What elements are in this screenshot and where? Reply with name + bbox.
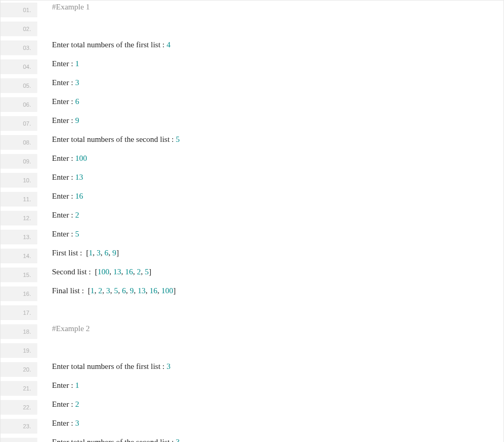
token-plain: Enter : (52, 59, 75, 68)
token-plain: Enter : (52, 419, 75, 427)
line-number: 12. (1, 211, 37, 225)
code-content: Enter total numbers of the second list :… (37, 135, 503, 144)
line-number: 15. (1, 268, 37, 282)
code-line: 22.Enter : 2 (1, 398, 503, 417)
line-number: 22. (1, 400, 37, 415)
token-number: 9 (75, 116, 79, 125)
token-number: 16 (75, 192, 83, 200)
token-number: 2 (75, 400, 79, 408)
code-line: 03.Enter total numbers of the first list… (1, 38, 503, 57)
code-line: 11.Enter : 16 (1, 190, 503, 209)
token-number: 2 (75, 211, 79, 219)
token-plain: Final list : [ (52, 286, 90, 295)
code-content: Enter : 3 (37, 78, 503, 87)
token-plain: Second list : [ (52, 268, 98, 276)
token-plain: ] (173, 286, 176, 295)
line-number: 01. (1, 3, 37, 17)
token-number: 3 (106, 286, 110, 295)
token-plain: , (145, 286, 150, 295)
code-line: 09.Enter : 100 (1, 152, 503, 171)
code-line: 10.Enter : 13 (1, 171, 503, 190)
token-number: 16 (125, 268, 133, 276)
token-number: 100 (98, 268, 110, 276)
code-content: Second list : [100, 13, 16, 2, 5] (37, 268, 503, 276)
line-number: 20. (1, 362, 37, 377)
line-number: 11. (1, 192, 37, 207)
token-plain: Enter : (52, 211, 75, 219)
token-number: 6 (122, 286, 126, 295)
code-content: Enter total numbers of the first list : … (37, 40, 503, 49)
token-number: 1 (75, 59, 79, 68)
token-plain: , (93, 249, 97, 257)
token-number: 2 (98, 286, 102, 295)
line-number: 06. (1, 97, 37, 112)
token-plain: , (101, 249, 105, 257)
token-number: 3 (75, 78, 79, 87)
token-comment: #Example 2 (52, 324, 90, 333)
token-plain: Enter total numbers of the second list : (52, 438, 176, 442)
token-number: 100 (161, 286, 173, 295)
code-content: Enter : 16 (37, 192, 503, 201)
token-number: 13 (113, 268, 121, 276)
token-plain: , (109, 268, 113, 276)
line-number: 18. (1, 324, 37, 339)
code-line: 14.First list : [1, 3, 6, 9] (1, 246, 503, 265)
token-number: 4 (166, 40, 171, 49)
token-number: 1 (89, 249, 93, 257)
code-content: First list : [1, 3, 6, 9] (37, 249, 503, 258)
line-number: 23. (1, 419, 37, 434)
code-line: 16.Final list : [1, 2, 3, 5, 6, 9, 13, 1… (1, 284, 503, 303)
line-number: 21. (1, 381, 37, 396)
token-plain: , (133, 268, 137, 276)
token-number: 9 (130, 286, 134, 295)
line-number: 17. (1, 305, 37, 320)
code-line: 01.#Example 1 (1, 1, 503, 19)
code-content: Enter : 2 (37, 211, 503, 220)
token-plain: Enter : (52, 381, 75, 389)
token-plain: Enter : (52, 192, 75, 200)
code-line: 04.Enter : 1 (1, 57, 503, 76)
token-number: 3 (75, 419, 79, 427)
code-line: 12.Enter : 2 (1, 209, 503, 228)
token-number: 3 (166, 362, 171, 371)
code-content: Enter : 1 (37, 59, 503, 68)
token-plain: First list : [ (52, 249, 89, 257)
code-content: Enter : 3 (37, 419, 503, 428)
code-content: #Example 1 (37, 3, 503, 12)
token-comment: #Example 1 (52, 3, 90, 11)
code-line: 17. (1, 303, 503, 322)
code-line: 06.Enter : 6 (1, 95, 503, 114)
token-number: 13 (138, 286, 145, 295)
line-number: 03. (1, 40, 37, 55)
code-content: Enter : 9 (37, 116, 503, 125)
line-number: 16. (1, 286, 37, 301)
token-number: 6 (75, 97, 79, 106)
token-number: 9 (112, 249, 117, 257)
token-plain: , (109, 249, 113, 257)
token-number: 6 (104, 249, 109, 257)
token-plain: ] (117, 249, 119, 257)
code-line: 20.Enter total numbers of the first list… (1, 360, 503, 379)
token-number: 5 (75, 230, 79, 238)
line-number: 24. (1, 438, 37, 442)
code-line: 02. (1, 19, 503, 38)
token-plain: Enter : (52, 400, 75, 408)
code-content: Enter total numbers of the first list : … (37, 362, 503, 371)
code-line: 15.Second list : [100, 13, 16, 2, 5] (1, 265, 503, 284)
code-content: Enter : 5 (37, 230, 503, 239)
line-number: 09. (1, 154, 37, 169)
token-plain: Enter total numbers of the second list : (52, 135, 176, 143)
token-number: 5 (114, 286, 118, 295)
token-plain: Enter total numbers of the first list : (52, 362, 166, 371)
token-plain: Enter : (52, 173, 75, 181)
code-line: 19. (1, 341, 503, 360)
line-number: 14. (1, 249, 37, 263)
line-number: 04. (1, 59, 37, 74)
line-number: 02. (1, 22, 37, 36)
line-number: 13. (1, 230, 37, 244)
code-line: 18.#Example 2 (1, 322, 503, 341)
token-number: 1 (90, 286, 94, 295)
token-plain: Enter : (52, 78, 75, 87)
token-plain: ] (149, 268, 151, 276)
line-number: 19. (1, 343, 37, 358)
